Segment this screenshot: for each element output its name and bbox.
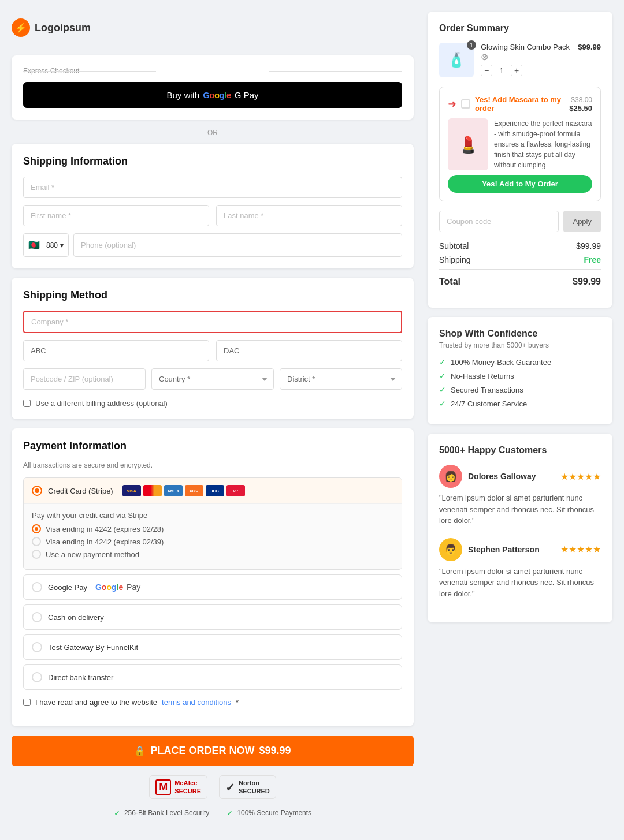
qty-decrease-button[interactable]: − bbox=[481, 65, 492, 76]
terms-link[interactable]: terms and conditions bbox=[162, 698, 231, 707]
terms-row[interactable]: I have read and agree to the website ter… bbox=[23, 698, 402, 707]
billing-address-checkbox[interactable] bbox=[23, 400, 31, 407]
item-details: Glowing Skin Combo Pack $99.99 ⊗ − 1 + bbox=[481, 43, 601, 76]
cash-radio[interactable] bbox=[32, 612, 42, 622]
cash-header[interactable]: Cash on delivery bbox=[24, 605, 402, 629]
saved-card-1-radio[interactable] bbox=[32, 524, 41, 533]
confidence-check-0: ✓ bbox=[439, 357, 446, 367]
bank-header[interactable]: Direct bank transfer bbox=[24, 665, 402, 689]
gpay-radio[interactable] bbox=[32, 582, 42, 592]
credit-card-radio[interactable] bbox=[32, 486, 42, 496]
lastname-field[interactable] bbox=[216, 205, 402, 226]
credit-card-header[interactable]: Credit Card (Stripe) VISA AMEX DISC JCB … bbox=[24, 478, 402, 503]
confidence-check-1: ✓ bbox=[439, 371, 446, 380]
total-value: $99.99 bbox=[573, 277, 601, 287]
order-summary-title: Order Summary bbox=[439, 23, 601, 33]
qty-increase-button[interactable]: + bbox=[511, 65, 522, 76]
billing-address-checkbox-label[interactable]: Use a different billing address (optiona… bbox=[23, 399, 402, 408]
or-divider: OR bbox=[12, 129, 414, 137]
upsell-original-price: $38.00 bbox=[569, 96, 592, 104]
firstname-field[interactable] bbox=[23, 205, 209, 226]
bank-security-item: ✓ 256-Bit Bank Level Security bbox=[114, 808, 209, 817]
phone-code: +880 bbox=[42, 241, 58, 249]
payment-title: Payment Information bbox=[23, 440, 402, 452]
saved-card-1[interactable]: Visa ending in 4242 (expires 02/28) bbox=[32, 524, 393, 533]
test-label: Test Gateway By FunnelKit bbox=[48, 643, 138, 652]
grand-total-row: Total $99.99 bbox=[439, 269, 601, 287]
payment-option-cash: Cash on delivery bbox=[23, 604, 402, 630]
item-name: Glowing Skin Combo Pack bbox=[481, 43, 570, 51]
reviews-card: 5000+ Happy Customers 👩 Dolores Galloway… bbox=[428, 434, 612, 622]
reviewer-avatar-1: 👨 bbox=[439, 538, 462, 561]
security-badges: M McAfeeSECURE ✓ NortonSECURED bbox=[12, 775, 414, 799]
bank-security-text: 256-Bit Bank Level Security bbox=[124, 809, 209, 817]
norton-badge: ✓ NortonSECURED bbox=[219, 775, 276, 798]
shipping-info-title: Shipping Information bbox=[23, 155, 402, 167]
company-field[interactable] bbox=[23, 311, 402, 333]
town-field[interactable] bbox=[216, 340, 402, 361]
item-image: 🧴 1 bbox=[439, 43, 474, 77]
confidence-text-3: 24/7 Customer Service bbox=[451, 400, 527, 408]
street-field[interactable] bbox=[23, 340, 209, 361]
coupon-input[interactable] bbox=[439, 211, 559, 232]
new-payment-method[interactable]: Use a new payment method bbox=[32, 550, 393, 559]
email-field[interactable] bbox=[23, 177, 402, 198]
payment-option-test: Test Gateway By FunnelKit bbox=[23, 634, 402, 660]
confidence-text-2: Secured Transactions bbox=[451, 386, 523, 394]
gpay-option-label: Google Pay bbox=[48, 583, 87, 592]
coupon-apply-button[interactable]: Apply bbox=[563, 211, 601, 232]
mcafee-badge: M McAfeeSECURE bbox=[149, 775, 207, 799]
test-header[interactable]: Test Gateway By FunnelKit bbox=[24, 635, 402, 659]
new-payment-label: Use a new payment method bbox=[46, 550, 139, 559]
item-close-icon[interactable]: ⊗ bbox=[481, 52, 488, 62]
review-header-1: 👨 Stephen Patterson ★★★★★ bbox=[439, 538, 601, 561]
gpay-logo-text: Google Pay bbox=[95, 583, 140, 592]
place-order-label: PLACE ORDER NOW bbox=[150, 745, 254, 757]
subtotal-label: Subtotal bbox=[439, 241, 469, 251]
phone-field[interactable] bbox=[73, 233, 402, 257]
review-item-0: 👩 Dolores Galloway ★★★★★ "Lorem ipsum do… bbox=[439, 465, 601, 527]
payment-subtitle: All transactions are secure and encrypte… bbox=[23, 461, 402, 469]
shipping-method-card: Shipping Method Country * bbox=[12, 278, 414, 419]
upsell-checkbox[interactable] bbox=[461, 99, 470, 109]
express-checkout-card: Express Checkout Buy with Google G Pay bbox=[12, 55, 414, 120]
gpay-button[interactable]: Buy with Google G Pay bbox=[23, 82, 402, 108]
country-select[interactable]: Country * bbox=[151, 368, 274, 390]
shipping-method-title: Shipping Method bbox=[23, 289, 402, 301]
new-payment-radio[interactable] bbox=[32, 550, 41, 559]
confidence-item-3: ✓ 24/7 Customer Service bbox=[439, 399, 601, 408]
upsell-header: ➜ Yes! Add Mascara to my order $38.00 $2… bbox=[448, 95, 592, 113]
express-checkout-label: Express Checkout bbox=[23, 67, 402, 75]
phone-chevron-icon: ▾ bbox=[60, 241, 64, 249]
payment-information-card: Payment Information All transactions are… bbox=[12, 428, 414, 726]
lock-icon: 🔒 bbox=[134, 745, 146, 756]
district-select[interactable]: District * bbox=[280, 368, 402, 390]
saved-card-2-radio[interactable] bbox=[32, 537, 41, 546]
terms-checkbox[interactable] bbox=[23, 699, 31, 706]
bank-radio[interactable] bbox=[32, 672, 42, 682]
phone-flag-selector[interactable]: 🇧🇩 +880 ▾ bbox=[23, 233, 69, 257]
shipping-label: Shipping bbox=[439, 255, 471, 264]
upsell-body: 💄 Experience the perfect mascara - with … bbox=[448, 118, 592, 170]
confidence-item-1: ✓ No-Hassle Returns bbox=[439, 371, 601, 380]
discover-icon: DISC bbox=[185, 485, 203, 496]
qty-control: − 1 + bbox=[481, 65, 601, 76]
place-order-button[interactable]: 🔒 PLACE ORDER NOW $99.99 bbox=[12, 736, 414, 766]
norton-text: NortonSECURED bbox=[239, 779, 270, 794]
confidence-check-3: ✓ bbox=[439, 399, 446, 408]
upsell-new-price: $25.50 bbox=[569, 104, 592, 113]
review-header-0: 👩 Dolores Galloway ★★★★★ bbox=[439, 465, 601, 488]
upsell-image: 💄 bbox=[448, 118, 488, 170]
saved-card-1-label: Visa ending in 4242 (expires 02/28) bbox=[46, 525, 164, 533]
confidence-title: Shop With Confidence bbox=[439, 328, 601, 339]
saved-card-2[interactable]: Visa ending in 4242 (expires 02/39) bbox=[32, 537, 393, 546]
postcode-field[interactable] bbox=[23, 368, 146, 390]
order-summary-card: Order Summary 🧴 1 Glowing Skin Combo Pac… bbox=[428, 12, 612, 308]
review-text-1: "Lorem ipsum dolor si amet parturient nu… bbox=[439, 566, 601, 600]
unionpay-icon: UP bbox=[226, 485, 245, 496]
security-row: ✓ 256-Bit Bank Level Security ✓ 100% Sec… bbox=[12, 808, 414, 817]
gpay-header[interactable]: Google Pay Google Pay bbox=[24, 575, 402, 599]
test-radio[interactable] bbox=[32, 642, 42, 652]
upsell-add-button[interactable]: Yes! Add to My Order bbox=[448, 175, 592, 193]
upsell-card: ➜ Yes! Add Mascara to my order $38.00 $2… bbox=[439, 87, 601, 201]
